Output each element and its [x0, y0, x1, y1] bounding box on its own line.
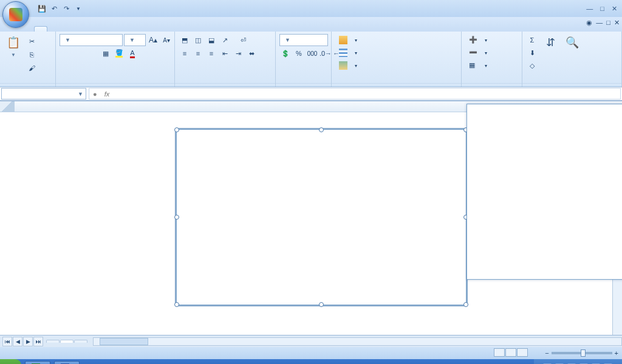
- align-center-icon[interactable]: ≡: [192, 47, 204, 59]
- tab-format[interactable]: [145, 27, 157, 32]
- redo-icon[interactable]: ↷: [61, 3, 72, 14]
- system-tray[interactable]: ‹: [534, 359, 622, 364]
- taskbar-item-excel[interactable]: [25, 361, 50, 364]
- chart-pie[interactable]: [176, 129, 466, 305]
- status-bar: − +: [0, 347, 622, 359]
- name-box-dropdown-icon[interactable]: ▼: [78, 91, 83, 97]
- tab-layout[interactable]: [132, 27, 145, 32]
- delete-cells-icon: ➖: [469, 49, 477, 57]
- autosum-icon[interactable]: Σ: [526, 34, 538, 46]
- find-select-button[interactable]: 🔍: [562, 34, 582, 52]
- fill-icon[interactable]: ⬇: [526, 47, 538, 59]
- doc-minimize-icon[interactable]: —: [596, 19, 603, 27]
- tab-home[interactable]: [34, 26, 47, 32]
- quick-access-toolbar: 💾 ↶ ↷ ▼: [36, 3, 84, 14]
- cells-delete-button[interactable]: ➖▾: [465, 47, 491, 59]
- sheet-tab-3[interactable]: [74, 340, 87, 343]
- group-cells: ➕▾ ➖▾ ▦▾: [462, 32, 522, 87]
- group-label-editing: [522, 83, 621, 87]
- merge-center-button[interactable]: ⬌: [245, 47, 258, 59]
- align-top-icon[interactable]: ⬒: [179, 34, 191, 46]
- tab-formulas[interactable]: [72, 27, 84, 32]
- align-middle-icon[interactable]: ◫: [192, 34, 204, 46]
- wrap-text-button[interactable]: ⏎: [237, 34, 249, 46]
- fx-cancel-icon[interactable]: ●: [89, 90, 101, 98]
- clear-icon[interactable]: ◇: [526, 59, 538, 72]
- align-right-icon[interactable]: ≡: [205, 47, 217, 59]
- tab-page-layout[interactable]: [60, 27, 72, 32]
- sheet-nav-next-icon[interactable]: ▶: [23, 337, 33, 346]
- increase-indent-icon[interactable]: ⇥: [232, 47, 244, 59]
- sheet-nav-last-icon[interactable]: ⏭: [33, 337, 43, 346]
- bold-button[interactable]: [60, 47, 72, 59]
- save-icon[interactable]: 💾: [36, 3, 47, 14]
- view-buttons[interactable]: [493, 348, 528, 358]
- ribbon-tabs: ◉ — □ ✕: [0, 17, 622, 32]
- align-bottom-icon[interactable]: ⬓: [205, 34, 217, 46]
- restore-button[interactable]: □: [598, 5, 607, 13]
- decrease-font-icon[interactable]: A▾: [160, 34, 173, 46]
- fx-icon[interactable]: fx: [101, 90, 114, 98]
- sheet-nav-first-icon[interactable]: ⏮: [2, 337, 12, 346]
- cell-styles-button[interactable]: ▾: [335, 59, 361, 72]
- sheet-tab-2[interactable]: [60, 340, 73, 343]
- select-all-corner[interactable]: [0, 101, 15, 112]
- close-button[interactable]: ✕: [609, 5, 620, 13]
- cells-insert-button[interactable]: ➕▾: [465, 34, 491, 46]
- doc-restore-icon[interactable]: □: [606, 19, 610, 27]
- sheet-tab-1[interactable]: [46, 340, 60, 343]
- sheet-nav-prev-icon[interactable]: ◀: [13, 337, 22, 346]
- tab-design[interactable]: [120, 27, 132, 32]
- font-name-combo[interactable]: ▼: [60, 34, 123, 46]
- undo-icon[interactable]: ↶: [49, 3, 60, 14]
- minimize-button[interactable]: —: [584, 5, 595, 13]
- sort-icon: ⇵: [543, 35, 558, 50]
- comma-icon[interactable]: 000: [306, 47, 318, 59]
- increase-decimal-icon[interactable]: .0→: [320, 47, 332, 59]
- format-as-table-button[interactable]: ▾: [335, 47, 361, 59]
- start-button[interactable]: ⊞: [0, 359, 21, 364]
- font-color-button[interactable]: A: [126, 47, 138, 59]
- zoom-slider[interactable]: − +: [545, 349, 618, 357]
- group-font: ▼ ▼ A▴ A▾ ▦ 🪣 A: [56, 32, 175, 87]
- doc-close-icon[interactable]: ✕: [614, 19, 620, 27]
- cut-icon[interactable]: ✂: [26, 35, 38, 47]
- help-icon[interactable]: ◉: [586, 19, 592, 27]
- decrease-indent-icon[interactable]: ⇤: [219, 47, 231, 59]
- conditional-formatting-button[interactable]: ▾: [335, 34, 361, 46]
- copy-icon[interactable]: ⎘: [26, 49, 38, 61]
- pie-chart-body: [213, 137, 395, 271]
- insert-cells-icon: ➕: [469, 36, 477, 44]
- group-label-number: [276, 83, 331, 87]
- qat-dropdown-icon[interactable]: ▼: [73, 3, 84, 14]
- formula-input[interactable]: ● fx: [89, 88, 621, 99]
- number-format-combo[interactable]: ▼: [279, 34, 328, 46]
- office-button[interactable]: [2, 1, 29, 28]
- sort-filter-button[interactable]: ⇵: [541, 34, 560, 52]
- tab-data[interactable]: [84, 27, 96, 32]
- taskbar-item-word[interactable]: [54, 361, 80, 364]
- tab-insert[interactable]: [47, 27, 60, 32]
- increase-font-icon[interactable]: A▴: [147, 34, 159, 46]
- currency-icon[interactable]: 💲: [279, 47, 292, 59]
- horizontal-scrollbar[interactable]: [93, 337, 622, 346]
- font-size-combo[interactable]: ▼: [124, 34, 146, 46]
- tab-review[interactable]: [96, 27, 108, 32]
- border-button[interactable]: ▦: [100, 47, 112, 59]
- cells-format-button[interactable]: ▦▾: [465, 59, 491, 72]
- group-number: ▼ 💲 % 000 .0→ ←.0: [276, 32, 332, 87]
- name-box[interactable]: ▼: [1, 88, 86, 99]
- paste-button[interactable]: 📋 ▼: [4, 34, 23, 59]
- align-left-icon[interactable]: ≡: [179, 47, 191, 59]
- format-painter-icon[interactable]: 🖌: [26, 62, 38, 74]
- italic-button[interactable]: [73, 47, 85, 59]
- cond-fmt-icon: [339, 36, 347, 44]
- worksheet[interactable]: [0, 101, 622, 335]
- chart-bar[interactable]: [466, 104, 622, 280]
- orientation-icon[interactable]: ↗: [219, 34, 231, 46]
- tab-view[interactable]: [108, 27, 120, 32]
- percent-icon[interactable]: %: [293, 47, 305, 59]
- fill-color-button[interactable]: 🪣: [113, 47, 125, 59]
- group-styles: ▾ ▾ ▾: [332, 32, 462, 87]
- underline-button[interactable]: [86, 47, 98, 59]
